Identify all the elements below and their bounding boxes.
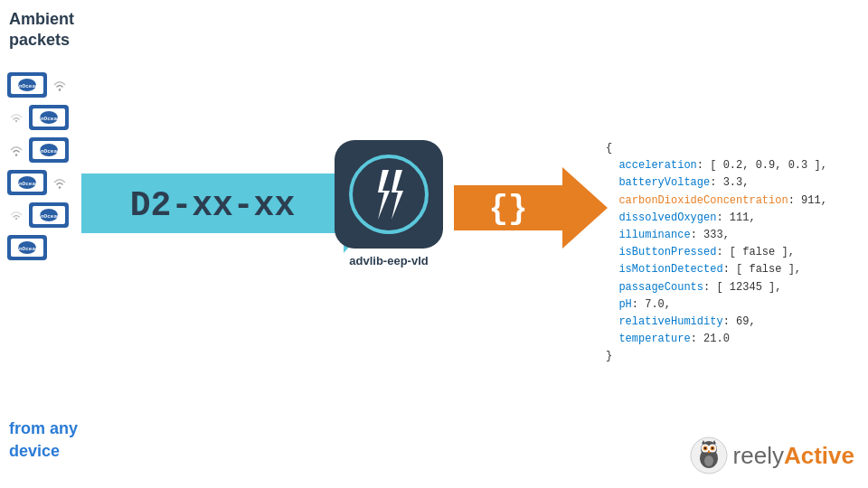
from-any-device-label: from any device [9,418,78,463]
svg-text:EnOcean: EnOcean [37,213,61,220]
svg-marker-33 [454,167,608,249]
json-line-illuminance: illuminance: 333, [606,227,827,244]
svg-text:EnOcean: EnOcean [37,148,61,155]
json-output: { acceleration: [ 0.2, 0.9, 0.3 ], batte… [606,140,827,365]
svg-text:EnOcean: EnOcean [37,116,61,122]
enocean-device-icon: EnOcean [7,170,47,195]
list-item: EnOcean [7,137,69,163]
ambient-line1: Ambient [9,10,74,28]
list-item: EnOcean [7,105,69,130]
svg-text:{}: {} [488,191,527,228]
list-item: EnOcean [7,170,69,195]
json-line-batteryvoltage: batteryVoltage: 3.3, [606,174,827,192]
list-item: EnOcean [7,72,69,98]
svg-point-43 [711,447,712,449]
app-icon-wrapper: advlib-eep-vld [335,140,443,267]
devices-column: EnOcean EnOcean [7,72,69,260]
app-icon-circle [349,155,429,234]
ambient-line2: packets [9,31,70,49]
orange-arrow: {} [454,167,608,249]
trident-icon [364,165,414,224]
wifi-icon [51,76,69,94]
enocean-device-icon: EnOcean [7,235,47,260]
svg-text:D2-xx-xx: D2-xx-xx [130,186,295,225]
from-label-line2: device [9,442,60,460]
json-open-brace: { [606,140,827,157]
owl-icon [690,436,728,474]
svg-marker-31 [378,170,390,220]
reelyactive-logo: reelyActive [690,436,854,474]
svg-text:EnOcean: EnOcean [15,181,39,187]
svg-marker-32 [392,170,403,220]
app-icon [335,140,443,249]
json-line-acceleration: acceleration: [ 0.2, 0.9, 0.3 ], [606,157,827,174]
from-label-line1: from any [9,419,78,437]
json-line-ph: pH: 7.0, [606,296,827,314]
list-item: EnOcean [7,235,69,260]
svg-point-4 [59,89,61,90]
svg-text:EnOcean: EnOcean [15,83,39,89]
svg-point-42 [703,447,705,449]
enocean-device-icon: EnOcean [7,72,47,98]
enocean-device-icon: EnOcean [29,202,69,228]
json-close-brace: } [606,348,827,365]
svg-text:EnOcean: EnOcean [15,246,39,252]
ambient-packets-label: Ambient packets [9,9,74,52]
json-line-co2: carbonDioxideConcentration: 911, [606,192,827,210]
enocean-device-icon: EnOcean [29,137,69,163]
svg-point-10 [15,154,17,155]
svg-point-19 [59,186,61,188]
json-line-temperature: temperature: 21.0 [606,331,827,348]
logo-text: reelyActive [733,442,854,470]
logo-reely: reely [733,442,784,469]
json-line-dissolved: dissolvedOxygen: 111, [606,210,827,227]
list-item: EnOcean [7,202,69,228]
enocean-device-icon: EnOcean [29,105,69,130]
json-line-motion: isMotionDetected: [ false ], [606,261,827,278]
svg-point-47 [704,455,713,466]
json-line-button: isButtonPressed: [ false ], [606,244,827,261]
wifi-icon [51,174,69,192]
json-line-passage: passageCounts: [ 12345 ], [606,279,827,296]
logo-active: Active [784,442,854,469]
svg-point-5 [15,120,17,122]
wifi-icon [7,141,25,159]
svg-point-20 [15,218,17,220]
wifi-icon [7,108,25,127]
json-line-humidity: relativeHumidity: 69, [606,314,827,331]
app-icon-label: advlib-eep-vld [349,254,428,267]
wifi-icon [7,206,25,224]
